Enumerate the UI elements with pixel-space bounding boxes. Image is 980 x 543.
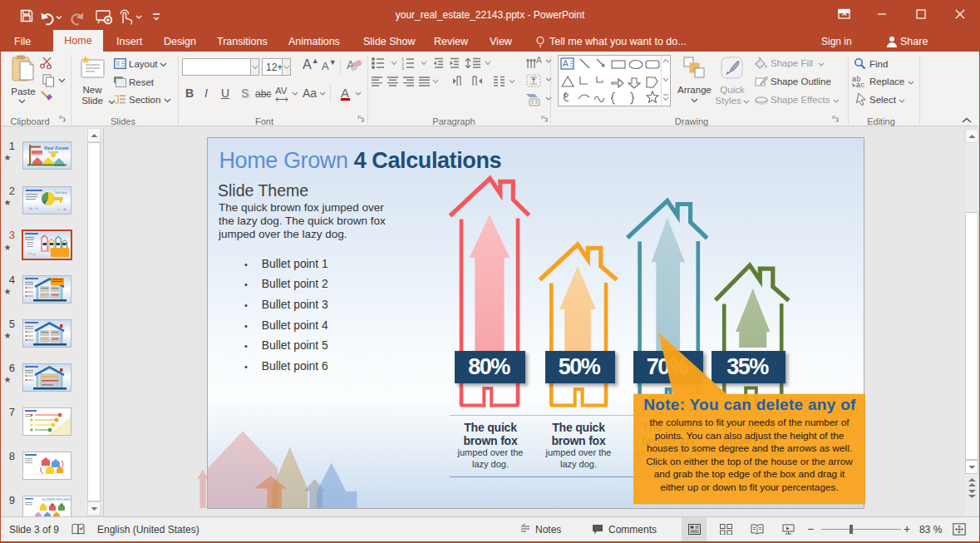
svg-text:A: A: [563, 59, 569, 68]
svg-text:Text here: Text here: [55, 191, 66, 195]
svg-text:a: a: [856, 81, 860, 88]
svg-text:A: A: [536, 56, 542, 65]
svg-text:10 STEPS PROCESS: 10 STEPS PROCESS: [42, 498, 71, 501]
svg-text:3: 3: [401, 66, 404, 70]
svg-text:c: c: [861, 81, 865, 88]
